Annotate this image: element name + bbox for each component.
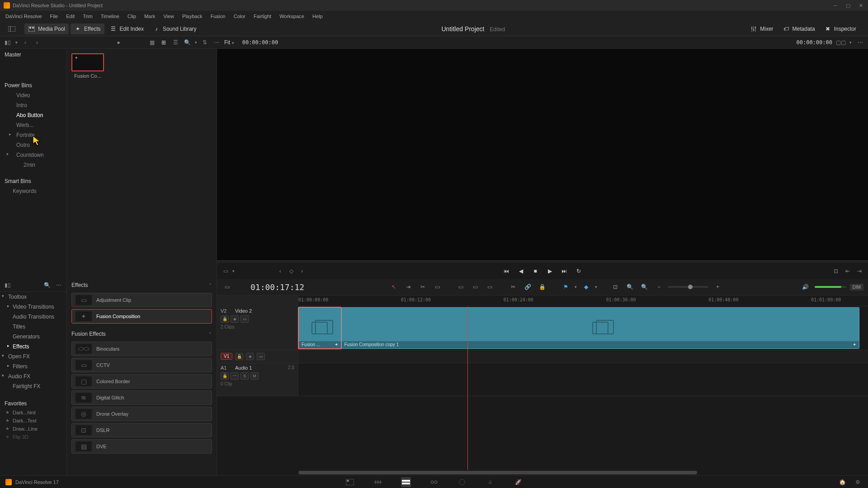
fav-3[interactable]: Draw...Line <box>0 425 66 433</box>
tree-audiofx[interactable]: Audio FX <box>0 371 66 381</box>
timeline-timecode[interactable]: 01:00:17:12 <box>243 282 311 292</box>
prev-edit-icon[interactable]: ‹ <box>276 267 284 275</box>
close-button[interactable]: ✕ <box>857 2 864 9</box>
fav-2[interactable]: Dark...Text <box>0 417 66 425</box>
collapse-icon-2[interactable]: ⌃ <box>208 332 212 336</box>
menu-trim[interactable]: Trim <box>79 12 96 20</box>
menu-clip[interactable]: Clip <box>124 12 140 20</box>
in-out-icon[interactable]: ⇤ <box>844 267 852 275</box>
bin-werb[interactable]: Werb... <box>0 120 66 130</box>
track-auto-icon[interactable]: ◈ <box>231 315 239 323</box>
a1-solo-icon[interactable]: S <box>241 372 249 380</box>
overwrite-tool[interactable]: ▭ <box>455 282 466 292</box>
media-pool-button[interactable]: Media Pool <box>24 23 69 34</box>
a1-mute-icon[interactable]: M <box>250 372 259 380</box>
bin-2min[interactable]: 2min <box>0 160 66 170</box>
tree-generators[interactable]: Generators <box>0 332 66 342</box>
v1-auto-icon[interactable]: ◈ <box>246 353 254 360</box>
menu-edit[interactable]: Edit <box>62 12 78 20</box>
effects-group-2[interactable]: Fusion Effects⌃ <box>67 328 217 340</box>
media-page-button[interactable] <box>345 477 355 487</box>
zoom-custom-icon[interactable]: 🔍 <box>639 282 650 292</box>
edit-page-button[interactable] <box>401 477 411 487</box>
sound-library-button[interactable]: ♪ Sound Library <box>149 23 200 34</box>
track-v2-header[interactable]: V2 Video 2 🔓 ◈ ▭ 2 Clips <box>217 306 298 350</box>
view-list-icon[interactable]: ☰ <box>171 38 179 47</box>
view-dd-icon[interactable]: ▾ <box>849 40 852 45</box>
menu-fairlight[interactable]: Fairlight <box>250 12 275 20</box>
cut-page-button[interactable] <box>373 477 383 487</box>
view-thumb-icon[interactable]: ▦ <box>148 38 156 47</box>
volume-slider[interactable] <box>815 286 846 288</box>
menu-davinci[interactable]: DaVinci Resolve <box>2 12 46 20</box>
zoom-fit[interactable]: Fit ▾ <box>221 38 238 47</box>
razor-tool[interactable]: ✂ <box>508 282 519 292</box>
marker-tool[interactable]: ◆ <box>580 282 591 292</box>
track-a1-header[interactable]: A1 Audio 1 2.0 🔓 〰 S M <box>217 363 298 396</box>
viewer-more-icon[interactable]: ⋯ <box>856 38 864 47</box>
effect-fusion-composition[interactable]: ✦ Fusion Composition <box>71 309 212 324</box>
effect-cctv[interactable]: ▭CCTV <box>71 358 212 372</box>
menu-color[interactable]: Color <box>230 12 249 20</box>
effect-dslr[interactable]: ⊡DSLR <box>71 423 212 437</box>
project-settings-button[interactable]: ⚙ <box>853 477 863 487</box>
nav-fwd-icon[interactable]: › <box>33 38 41 47</box>
zoom-detail-icon[interactable]: 🔍 <box>624 282 635 292</box>
effect-binoculars[interactable]: ⬭⬭Binoculars <box>71 342 212 356</box>
metadata-button[interactable]: 🏷 Metadata <box>779 23 819 34</box>
match-frame-icon[interactable]: ⊡ <box>832 267 840 275</box>
record-icon[interactable]: ● <box>114 38 123 47</box>
viewer-canvas[interactable] <box>217 49 868 260</box>
fit-tool[interactable]: ▭ <box>484 282 495 292</box>
arrow-tool[interactable]: ↖ <box>388 282 399 292</box>
tree-fairlight[interactable]: Fairlight FX <box>0 381 66 391</box>
play-button[interactable]: ▶ <box>545 267 554 276</box>
favorites-header[interactable]: Favorites <box>0 397 66 408</box>
bin-outro[interactable]: Outro <box>0 140 66 150</box>
search-icon[interactable]: 🔍 <box>183 38 191 47</box>
playhead[interactable] <box>467 306 468 470</box>
bin-fortnite[interactable]: Fortnite <box>0 130 66 140</box>
track-v1-header[interactable]: V1 🔓 ◈ ▭ <box>217 350 298 363</box>
dim-button[interactable]: DIM <box>850 284 863 291</box>
edit-index-button[interactable]: ☰ Edit Index <box>106 23 147 34</box>
bin-video[interactable]: Video <box>0 90 66 100</box>
fusion-page-button[interactable] <box>429 477 439 487</box>
track-lock-icon[interactable]: 🔓 <box>221 315 229 323</box>
next-edit-icon[interactable]: › <box>298 267 306 275</box>
deliver-page-button[interactable]: 🚀 <box>513 477 523 487</box>
tree-openfx[interactable]: Open FX <box>0 352 66 361</box>
menu-view[interactable]: View <box>160 12 178 20</box>
zoom-slider[interactable] <box>668 286 708 288</box>
timeline-clip-2[interactable]: Fusion Composition copy 1✦ <box>341 307 860 349</box>
tree-titles[interactable]: Titles <box>0 322 66 332</box>
effects-button[interactable]: ✦ Effects <box>71 23 104 34</box>
menu-workspace[interactable]: Workspace <box>276 12 308 20</box>
replace-tool[interactable]: ▭ <box>470 282 481 292</box>
bin-keywords[interactable]: Keywords <box>0 186 66 196</box>
inspector-button[interactable]: ✖ Inspector <box>821 23 860 34</box>
menu-mark[interactable]: Mark <box>141 12 159 20</box>
insert-dd-icon[interactable]: ▾ <box>232 269 235 273</box>
tree-audio-transitions[interactable]: Audio Transitions <box>0 312 66 322</box>
nav-back-icon[interactable]: ‹ <box>21 38 29 47</box>
out-icon[interactable]: ⇥ <box>855 267 863 275</box>
effect-drone-overlay[interactable]: ◎Drone Overlay <box>71 407 212 421</box>
v1-lock-icon[interactable]: 🔓 <box>235 353 243 360</box>
play-reverse-button[interactable]: ◀ <box>516 267 525 276</box>
collapse-icon[interactable]: ⌃ <box>208 283 212 287</box>
tree-effects[interactable]: Effects <box>0 342 66 352</box>
lock-tool[interactable]: 🔒 <box>537 282 547 292</box>
effect-digital-glitch[interactable]: ≋Digital Glitch <box>71 390 212 405</box>
mixer-button[interactable]: Mixer <box>746 23 777 34</box>
tree-more-icon[interactable]: ⋯ <box>55 281 63 289</box>
tree-toggle-icon[interactable]: ▮▯ <box>4 281 12 289</box>
keyframe-icon[interactable]: ◇ <box>287 267 295 275</box>
home-button[interactable]: 🏠 <box>837 477 847 487</box>
power-bins-header[interactable]: Power Bins <box>0 79 66 90</box>
menu-file[interactable]: File <box>47 12 62 20</box>
master-bin[interactable]: Master <box>0 49 66 61</box>
search-dd-icon[interactable]: ▾ <box>195 40 197 45</box>
effects-group-1[interactable]: Effects⌃ <box>67 279 217 291</box>
blade-tool[interactable]: ✂ <box>417 282 428 292</box>
